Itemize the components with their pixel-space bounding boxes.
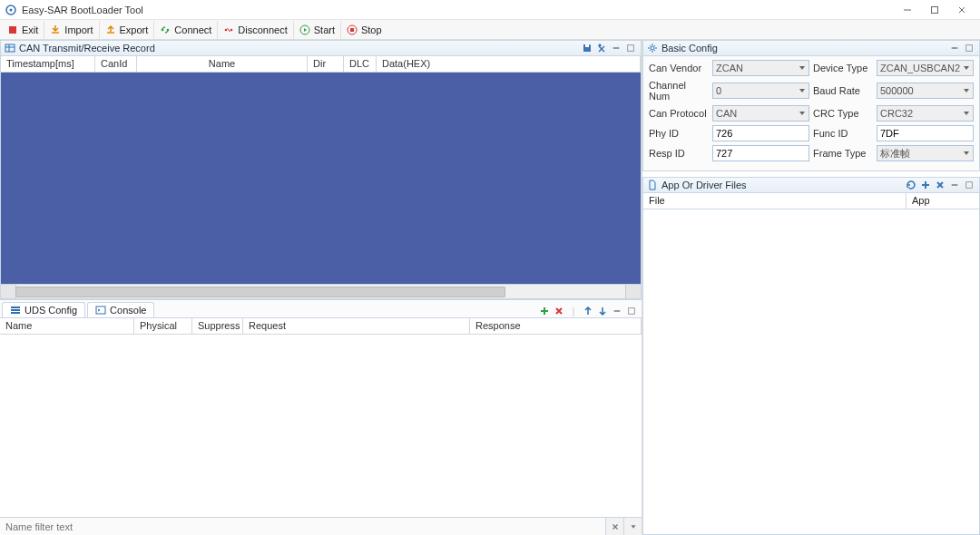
maximize-panel-icon[interactable] bbox=[963, 179, 975, 191]
import-label: Import bbox=[64, 24, 93, 35]
basic-config-title: Basic Config bbox=[662, 43, 948, 54]
label-channel-num: Channel Num bbox=[649, 80, 709, 102]
uds-col-response[interactable]: Response bbox=[470, 318, 642, 334]
svg-rect-31 bbox=[952, 184, 958, 186]
stop-button[interactable]: Stop bbox=[341, 21, 387, 39]
stop-icon bbox=[347, 24, 358, 35]
col-timestamp[interactable]: Timestamp[ms] bbox=[1, 56, 95, 72]
export-button[interactable]: Export bbox=[100, 21, 155, 39]
uds-col-physical[interactable]: Physical bbox=[134, 318, 192, 334]
select-baud-rate[interactable]: 500000 bbox=[877, 83, 974, 99]
exit-label: Exit bbox=[22, 24, 38, 35]
start-button[interactable]: Start bbox=[294, 21, 341, 39]
svg-rect-19 bbox=[585, 44, 589, 47]
save-icon[interactable] bbox=[581, 42, 593, 54]
select-device-type[interactable]: ZCAN_USBCAN2 bbox=[877, 60, 974, 76]
remove-file-icon[interactable] bbox=[934, 179, 946, 191]
select-crc-type[interactable]: CRC32 bbox=[877, 105, 974, 122]
start-label: Start bbox=[314, 24, 335, 35]
move-up-icon[interactable] bbox=[582, 305, 594, 317]
minimize-panel-icon[interactable] bbox=[948, 179, 961, 191]
input-resp-id[interactable] bbox=[712, 145, 809, 161]
uds-col-name[interactable]: Name bbox=[0, 318, 134, 334]
connect-button[interactable]: Connect bbox=[154, 21, 218, 39]
uds-col-request[interactable]: Request bbox=[243, 318, 470, 334]
export-label: Export bbox=[120, 24, 149, 35]
col-app[interactable]: App bbox=[906, 193, 979, 209]
horizontal-scrollbar[interactable] bbox=[0, 285, 642, 299]
bottom-tabs: UDS Config Console | bbox=[0, 300, 642, 318]
list-icon bbox=[10, 305, 21, 316]
minimize-panel-icon[interactable] bbox=[948, 42, 961, 54]
window-maximize-button[interactable] bbox=[922, 2, 947, 18]
maximize-panel-icon[interactable] bbox=[625, 305, 638, 317]
name-filter-input[interactable] bbox=[0, 518, 605, 535]
svg-rect-30 bbox=[966, 45, 973, 52]
label-can-vendor: Can Vendor bbox=[649, 63, 709, 73]
label-baud-rate: Baud Rate bbox=[813, 85, 873, 96]
stop-label: Stop bbox=[361, 24, 382, 35]
col-name[interactable]: Name bbox=[137, 56, 308, 72]
label-phy-id: Phy ID bbox=[649, 128, 709, 139]
app-files-panel: App Or Driver Files File App bbox=[642, 177, 980, 535]
bottom-panel: UDS Config Console | Name Ph bbox=[0, 299, 642, 535]
svg-point-28 bbox=[651, 46, 654, 50]
col-data[interactable]: Data(HEX) bbox=[377, 56, 641, 72]
divider-icon: | bbox=[567, 305, 580, 317]
maximize-panel-icon[interactable] bbox=[963, 42, 975, 54]
main-toolbar: Exit Import Export Connect Disconnect St… bbox=[0, 20, 980, 40]
basic-config-form: Can Vendor ZCAN Device Type ZCAN_USBCAN2… bbox=[642, 56, 980, 171]
col-dlc[interactable]: DLC bbox=[344, 56, 377, 72]
exit-button[interactable]: Exit bbox=[2, 21, 44, 39]
tab-console[interactable]: Console bbox=[87, 302, 154, 317]
basic-config-header: Basic Config bbox=[642, 40, 980, 56]
select-can-protocol[interactable]: CAN bbox=[712, 105, 809, 122]
app-files-table-body[interactable] bbox=[642, 209, 980, 535]
import-button[interactable]: Import bbox=[44, 21, 99, 39]
uds-col-suppress[interactable]: Suppress bbox=[192, 318, 243, 334]
tab-uds-config[interactable]: UDS Config bbox=[2, 302, 85, 317]
select-frame-type[interactable]: 标准帧 bbox=[877, 145, 974, 161]
select-can-vendor[interactable]: ZCAN bbox=[712, 60, 809, 76]
svg-rect-22 bbox=[11, 306, 20, 308]
refresh-icon[interactable] bbox=[905, 179, 917, 191]
col-dir[interactable]: Dir bbox=[308, 56, 344, 72]
add-file-icon[interactable] bbox=[919, 179, 932, 191]
col-canid[interactable]: CanId bbox=[95, 56, 137, 72]
remove-icon[interactable] bbox=[553, 305, 565, 317]
tab-uds-label: UDS Config bbox=[24, 305, 77, 316]
svg-rect-21 bbox=[628, 45, 634, 52]
select-channel-num[interactable]: 0 bbox=[712, 83, 809, 99]
clear-icon[interactable] bbox=[595, 42, 608, 54]
svg-point-1 bbox=[10, 8, 13, 11]
scrollbar-thumb[interactable] bbox=[15, 287, 505, 297]
can-record-panel: CAN Transmit/Receive Record Timestamp[ms… bbox=[0, 40, 642, 299]
left-column: CAN Transmit/Receive Record Timestamp[ms… bbox=[0, 40, 642, 535]
svg-rect-29 bbox=[952, 47, 958, 49]
maximize-panel-icon[interactable] bbox=[624, 42, 637, 54]
app-files-table-header: File App bbox=[642, 193, 980, 209]
app-icon bbox=[5, 5, 16, 15]
col-file[interactable]: File bbox=[643, 193, 906, 209]
svg-point-9 bbox=[225, 28, 228, 31]
move-down-icon[interactable] bbox=[596, 305, 609, 317]
minimize-panel-icon[interactable] bbox=[611, 305, 623, 317]
window-close-button[interactable] bbox=[949, 2, 975, 18]
app-files-title: App Or Driver Files bbox=[662, 180, 905, 190]
svg-point-8 bbox=[167, 28, 170, 31]
svg-rect-32 bbox=[966, 182, 973, 189]
can-record-table-body[interactable] bbox=[0, 73, 642, 285]
add-icon[interactable] bbox=[538, 305, 551, 317]
disconnect-button[interactable]: Disconnect bbox=[218, 21, 293, 39]
input-func-id[interactable] bbox=[877, 125, 974, 141]
label-frame-type: Frame Type bbox=[813, 148, 873, 159]
filter-dropdown-icon[interactable] bbox=[623, 518, 642, 535]
disconnect-icon bbox=[223, 24, 234, 35]
minimize-panel-icon[interactable] bbox=[610, 42, 622, 54]
input-phy-id[interactable] bbox=[712, 125, 809, 141]
file-icon bbox=[647, 180, 658, 190]
uds-table-body[interactable] bbox=[0, 335, 642, 517]
window-minimize-button[interactable] bbox=[895, 2, 920, 18]
gear-icon bbox=[647, 43, 658, 54]
filter-clear-icon[interactable] bbox=[605, 518, 623, 535]
